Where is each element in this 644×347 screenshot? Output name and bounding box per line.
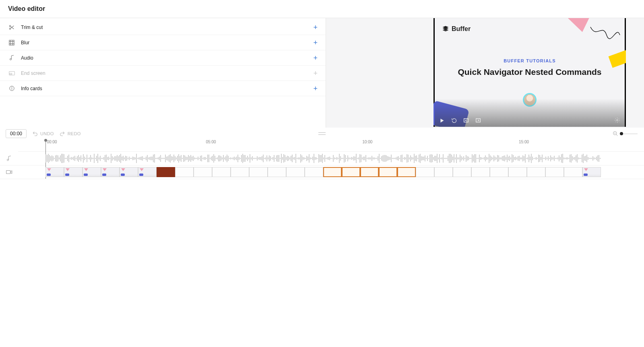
video-thumb[interactable]: [342, 167, 360, 177]
video-thumb[interactable]: [175, 167, 194, 177]
scissors-icon: [8, 24, 15, 31]
video-thumb[interactable]: [416, 167, 434, 177]
svg-rect-9: [464, 119, 469, 122]
video-thumb[interactable]: [527, 167, 545, 177]
video-thumb[interactable]: [212, 167, 231, 177]
redo-label: REDO: [68, 131, 81, 136]
svg-rect-2: [9, 40, 14, 45]
play-icon[interactable]: [439, 117, 445, 124]
tool-info-cards[interactable]: Info cards +: [0, 81, 326, 96]
video-thumb[interactable]: [582, 167, 601, 177]
svg-point-15: [7, 159, 9, 161]
video-thumb[interactable]: [564, 167, 582, 177]
frame-back-icon[interactable]: [463, 117, 469, 124]
undo-button[interactable]: UNDO: [32, 131, 54, 136]
brand-name: Buffer: [452, 25, 471, 33]
preview-title: Quick Navigator Nested Commands: [435, 67, 625, 77]
svg-rect-5: [10, 73, 12, 74]
video-thumb[interactable]: [490, 167, 508, 177]
svg-point-1: [9, 28, 10, 29]
plus-icon: +: [313, 24, 318, 31]
blur-icon: [8, 39, 15, 46]
video-track-icon: [0, 169, 18, 175]
video-thumb[interactable]: [508, 167, 527, 177]
current-time-input[interactable]: 00:00: [6, 129, 27, 138]
video-thumb[interactable]: [64, 167, 83, 177]
plus-icon: +: [313, 70, 318, 77]
tool-trim-cut[interactable]: Trim & cut +: [0, 20, 326, 35]
svg-point-8: [12, 87, 12, 87]
video-thumb[interactable]: [434, 167, 453, 177]
plus-icon: +: [313, 85, 318, 92]
panel-resize-handle[interactable]: [318, 132, 326, 135]
zoom-slider[interactable]: [621, 134, 638, 134]
audio-waveform[interactable]: [45, 152, 640, 165]
audio-icon: [8, 54, 15, 62]
ruler-tick: 10:00: [362, 140, 372, 144]
tool-blur[interactable]: Blur +: [0, 35, 326, 50]
plus-icon: +: [313, 39, 318, 46]
video-thumb[interactable]: [194, 167, 212, 177]
buffer-mark-icon: [442, 25, 449, 33]
video-thumb[interactable]: [268, 167, 286, 177]
video-thumb[interactable]: [231, 167, 249, 177]
svg-point-3: [10, 58, 11, 60]
tool-label: End screen: [21, 70, 313, 76]
svg-rect-10: [476, 119, 481, 122]
video-preview[interactable]: Buffer BUFFER TUTORIALS Quick Navigator …: [433, 18, 626, 127]
video-thumbnails[interactable]: [45, 167, 644, 177]
timeline-zoom: [613, 131, 638, 136]
endscreen-icon: [8, 70, 15, 77]
svg-rect-16: [6, 171, 10, 174]
info-icon: [8, 85, 15, 92]
track-audio: [0, 152, 644, 165]
tools-panel: Trim & cut + Blur + Audio +: [0, 18, 326, 128]
redo-button[interactable]: REDO: [60, 131, 81, 136]
tool-label: Info cards: [21, 86, 313, 91]
settings-icon[interactable]: [614, 117, 621, 124]
decor-squiggle: [588, 23, 621, 43]
tool-label: Audio: [21, 55, 313, 61]
ruler-tick: 15:00: [519, 140, 529, 144]
preview-frame: Buffer BUFFER TUTORIALS Quick Navigator …: [435, 18, 625, 127]
video-thumb[interactable]: [379, 167, 397, 177]
video-thumb[interactable]: [305, 167, 323, 177]
brand-logo: Buffer: [442, 25, 471, 33]
video-thumb[interactable]: [45, 167, 64, 177]
track-video: [0, 165, 644, 179]
video-thumb[interactable]: [120, 167, 138, 177]
timeline: 00:00 05:00 10:00 15:00: [0, 140, 644, 179]
page-title: Video editor: [8, 5, 45, 12]
ruler-tick: 05:00: [206, 140, 216, 144]
frame-forward-icon[interactable]: [475, 117, 481, 124]
video-thumb[interactable]: [453, 167, 471, 177]
video-thumb[interactable]: [397, 167, 416, 177]
video-thumb[interactable]: [157, 167, 175, 177]
rewind-icon[interactable]: [451, 117, 457, 124]
tool-end-screen: End screen +: [0, 66, 326, 81]
svg-point-11: [617, 120, 618, 121]
tool-label: Blur: [21, 40, 313, 45]
preview-controls: [439, 117, 481, 124]
timeline-toolbar: 00:00 UNDO REDO: [0, 128, 644, 140]
video-thumb[interactable]: [360, 167, 379, 177]
preview-panel: Buffer BUFFER TUTORIALS Quick Navigator …: [326, 18, 644, 128]
timeline-ruler[interactable]: 00:00 05:00 10:00 15:00: [18, 140, 644, 152]
tool-label: Trim & cut: [21, 25, 313, 30]
video-thumb[interactable]: [545, 167, 564, 177]
video-thumb[interactable]: [471, 167, 490, 177]
zoom-out-icon[interactable]: [613, 131, 618, 136]
svg-line-13: [616, 134, 618, 136]
video-thumb[interactable]: [323, 167, 342, 177]
svg-point-0: [9, 25, 10, 27]
video-thumb[interactable]: [83, 167, 101, 177]
plus-icon: +: [313, 54, 318, 62]
video-thumb[interactable]: [138, 167, 157, 177]
audio-track-icon: [0, 155, 18, 161]
tool-audio[interactable]: Audio +: [0, 50, 326, 66]
undo-label: UNDO: [40, 131, 54, 136]
video-thumb[interactable]: [286, 167, 305, 177]
video-thumb[interactable]: [249, 167, 268, 177]
ruler-tick: 00:00: [47, 140, 57, 144]
video-thumb[interactable]: [101, 167, 120, 177]
